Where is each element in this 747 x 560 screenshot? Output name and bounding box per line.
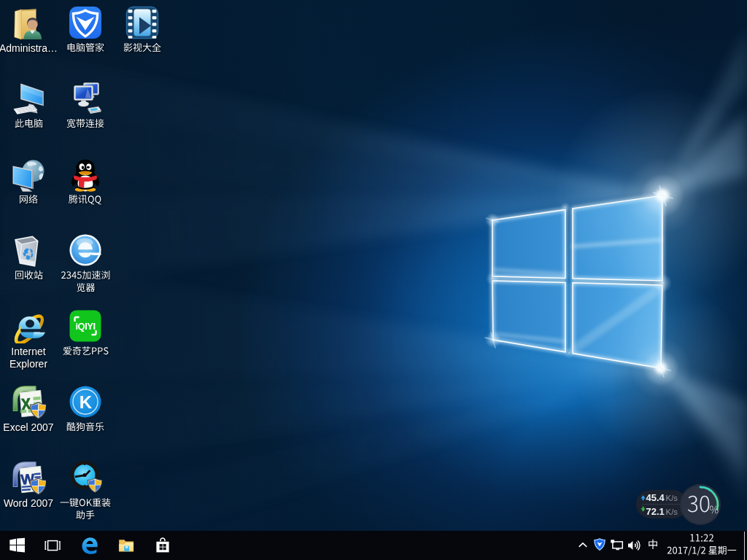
svg-text:K: K [80,392,93,412]
svg-text:iQIYI: iQIYI [75,321,95,332]
svg-text:45.4: 45.4 [646,492,665,503]
svg-text:K/s: K/s [666,508,678,516]
svg-text:72.1: 72.1 [646,506,665,517]
svg-text:K/s: K/s [666,494,678,502]
